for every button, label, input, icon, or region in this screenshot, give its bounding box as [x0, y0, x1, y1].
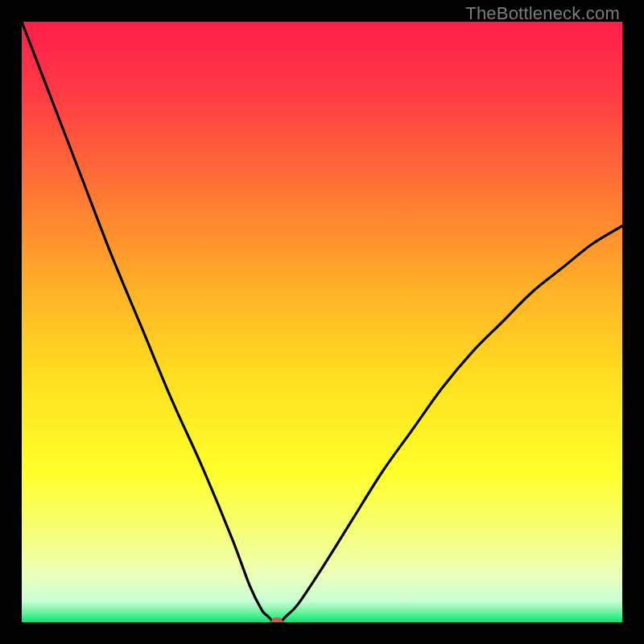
plot-area	[22, 22, 622, 622]
watermark-text: TheBottleneck.com	[465, 3, 620, 24]
optimal-point-marker	[271, 617, 283, 622]
bottleneck-curve	[22, 22, 622, 622]
chart-frame: TheBottleneck.com	[0, 0, 644, 644]
